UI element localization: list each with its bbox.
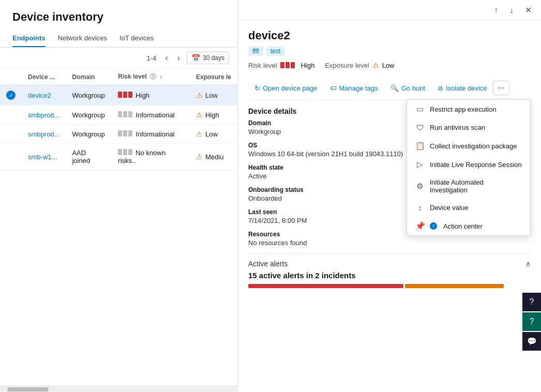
dropdown-menu: ▭Restrict app execution🛡Run antivirus sc… <box>407 99 531 236</box>
dropdown-item-label: Device value <box>430 204 468 212</box>
risk-bars-high <box>280 62 295 68</box>
table-row[interactable]: smbprod...WorkgroupInformational⚠Low <box>0 125 237 144</box>
dropdown-item-label: Restrict app execution <box>430 105 497 113</box>
dropdown-item-icon: ⚙ <box>415 182 425 191</box>
device-name-cell[interactable]: smb-w1... <box>22 144 66 170</box>
device-table-container: Device ... Domain Risk level ⓘ ↓ Exposur… <box>0 69 237 386</box>
risk-text: Informational <box>136 111 174 119</box>
exposure-cell: ⚠Low <box>190 85 237 105</box>
more-actions-button[interactable]: ··· <box>493 81 509 95</box>
bar <box>118 92 122 98</box>
dropdown-item-label: Initiate Automated Investigation <box>430 178 522 194</box>
table-row[interactable]: smb-w1...AAD joinedNo known risks..⚠Medi… <box>0 144 237 170</box>
panel-up-button[interactable]: ↑ <box>491 5 501 16</box>
panel-down-button[interactable]: ↓ <box>506 5 517 16</box>
table-row[interactable]: smbprod...WorkgroupInformational⚠High <box>0 105 237 125</box>
left-panel: Device inventory Endpoints Network devic… <box>0 0 238 392</box>
risk-cell: Informational <box>112 105 190 125</box>
col-domain[interactable]: Domain <box>66 69 112 85</box>
device-panel-title: device2 <box>248 29 531 42</box>
risk-bar-3 <box>291 62 295 68</box>
risk-cell: High <box>112 85 190 105</box>
bar <box>118 111 122 117</box>
tag-row: ffff test <box>248 47 531 56</box>
table-header-row: Device ... Domain Risk level ⓘ ↓ Exposur… <box>0 69 237 85</box>
sort-icon: ↓ <box>159 73 162 80</box>
collapse-alerts-button[interactable]: ∧ <box>525 260 531 268</box>
action-bar: ↻ Open device page 🏷 Manage tags 🔍 Go hu… <box>248 77 531 100</box>
calendar-icon: 📅 <box>191 54 200 62</box>
horizontal-scrollbar[interactable] <box>0 386 237 392</box>
isolate-device-button[interactable]: ⊘ Isolate device <box>431 81 493 95</box>
device-name-cell[interactable]: smbprod... <box>22 125 66 144</box>
bar <box>123 92 127 98</box>
bar <box>128 149 132 155</box>
manage-tags-label: Manage tags <box>339 84 378 92</box>
risk-bar-1 <box>280 62 284 68</box>
col-exposure[interactable]: Exposure le <box>190 69 237 85</box>
open-device-page-button[interactable]: ↻ Open device page <box>248 81 324 95</box>
bar <box>123 111 127 117</box>
exposure-warn-icon: ⚠ <box>196 91 203 99</box>
exposure-item: Exposure level ⚠ Low <box>325 61 394 69</box>
panel-close-button[interactable]: ✕ <box>522 4 535 16</box>
tab-network-devices[interactable]: Network devices <box>58 30 107 47</box>
dropdown-item-icon: 🛡 <box>415 123 425 132</box>
alerts-count: 15 active alerts in 2 incidents <box>248 271 531 280</box>
date-filter-label: 30 days <box>203 54 224 62</box>
help-icon-1: ? <box>530 297 534 307</box>
dropdown-item[interactable]: ⚙Initiate Automated Investigation <box>407 174 530 199</box>
manage-tags-button[interactable]: 🏷 Manage tags <box>324 81 384 95</box>
device-name-cell[interactable]: smbprod... <box>22 105 66 125</box>
risk-cell: No known risks.. <box>112 144 190 170</box>
device-table-body: ✓device2WorkgroupHigh⚠Lowsmbprod...Workg… <box>0 85 237 170</box>
dropdown-item[interactable]: 📋Collect investigation package <box>407 137 530 155</box>
check-circle: ✓ <box>6 91 16 100</box>
dropdown-item[interactable]: ▭Restrict app execution <box>407 100 530 118</box>
alert-bar <box>405 284 504 288</box>
exposure-warn-icon: ⚠ <box>196 111 203 119</box>
tab-iot-devices[interactable]: IoT devices <box>119 30 154 47</box>
risk-text: High <box>136 92 149 99</box>
dropdown-item-icon: ▭ <box>415 104 425 114</box>
go-hunt-button[interactable]: 🔍 Go hunt <box>384 81 431 95</box>
alert-bar-row <box>248 284 531 288</box>
col-check <box>0 69 22 85</box>
risk-text: Informational <box>136 130 174 138</box>
device-name: smbprod... <box>28 130 59 138</box>
prev-button[interactable]: ‹ <box>162 52 170 64</box>
chat-icon: 💬 <box>527 337 537 346</box>
dropdown-item-label: Run antivirus scan <box>430 124 485 131</box>
exposure-text: Low <box>205 130 218 138</box>
table-row[interactable]: ✓device2WorkgroupHigh⚠Low <box>0 85 237 105</box>
col-risk[interactable]: Risk level ⓘ ↓ <box>112 69 190 85</box>
help-button-1[interactable]: ? <box>522 293 541 311</box>
dropdown-item-label: Action center <box>443 222 483 230</box>
help-button-2[interactable]: ? <box>522 312 541 331</box>
active-alerts-section: Active alerts ∧ 15 active alerts in 2 in… <box>248 253 531 288</box>
dropdown-item[interactable]: 🛡Run antivirus scan <box>407 118 530 137</box>
row-check <box>0 144 22 170</box>
bar <box>123 130 127 137</box>
dropdown-item[interactable]: ▷Initiate Live Response Session <box>407 155 530 174</box>
chat-button[interactable]: 💬 <box>522 332 541 351</box>
dropdown-item-label: Collect investigation package <box>430 142 517 150</box>
bar <box>118 130 122 137</box>
date-filter[interactable]: 📅 30 days <box>187 52 229 64</box>
go-hunt-label: Go hunt <box>401 84 425 92</box>
page-title: Device inventory <box>0 0 237 30</box>
dropdown-item[interactable]: ↕Device value <box>407 199 530 217</box>
right-panel: ↑ ↓ ✕ device2 ffff test Risk level High … <box>238 0 541 392</box>
device-name-cell[interactable]: device2 <box>22 85 66 105</box>
risk-bars <box>118 111 132 117</box>
exposure-cell: ⚠Mediu <box>190 144 237 170</box>
risk-exposure-row: Risk level High Exposure level ⚠ Low <box>248 61 531 69</box>
next-button[interactable]: › <box>175 52 183 64</box>
scroll-thumb[interactable] <box>7 387 49 391</box>
device-name: device2 <box>28 92 51 99</box>
isolate-label: Isolate device <box>446 84 487 92</box>
dropdown-item[interactable]: 📌!Action center <box>407 217 530 235</box>
col-device[interactable]: Device ... <box>22 69 66 85</box>
tag-test: test <box>266 47 284 56</box>
tab-endpoints[interactable]: Endpoints <box>12 30 46 47</box>
